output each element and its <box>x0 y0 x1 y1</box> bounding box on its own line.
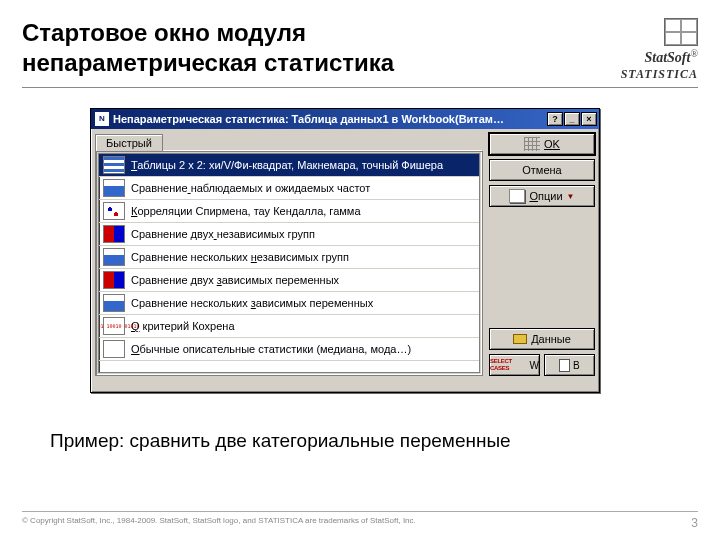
hist-icon <box>103 294 125 312</box>
ok-button[interactable]: OK <box>489 133 595 155</box>
dots-icon <box>103 202 125 220</box>
list-item-label: Таблицы 2 x 2: хи/V/Фи-квадрат, Макнемар… <box>131 159 443 171</box>
list-item-label: Сравнение двух зависимых переменных <box>131 274 339 286</box>
list-item-label: Сравнение двух независимых групп <box>131 228 315 240</box>
cancel-button[interactable]: Отмена <box>489 159 595 181</box>
hist-icon <box>103 179 125 197</box>
hist-icon <box>103 248 125 266</box>
doc-icon <box>559 359 570 372</box>
close-button[interactable]: × <box>581 112 597 126</box>
method-list[interactable]: Таблицы 2 x 2: хи/V/Фи-квадрат, Макнемар… <box>98 153 480 373</box>
copyright: © Copyright StatSoft, Inc., 1984-2009. S… <box>22 516 416 530</box>
list-item[interactable]: Таблицы 2 x 2: хи/V/Фи-квадрат, Макнемар… <box>99 154 479 177</box>
tbl-icon <box>103 156 125 174</box>
app-icon: N <box>95 112 109 126</box>
slide-title-line2: непараметрическая статистика <box>22 48 394 78</box>
list-item-label: Q критерий Кохрена <box>131 320 235 332</box>
red-blue-icon <box>103 225 125 243</box>
titlebar-text: Непараметрическая статистика: Таблица да… <box>113 113 547 125</box>
folder-open-icon <box>513 334 527 344</box>
book-icon <box>509 189 525 203</box>
options-label-rest: пции <box>538 190 563 202</box>
brand-reg: ® <box>690 48 698 59</box>
help-button[interactable]: ? <box>547 112 563 126</box>
grid-icon <box>524 137 540 151</box>
brand-product: STATISTICA <box>621 67 698 81</box>
list-item[interactable]: Обычные описательные статистики (медиана… <box>99 338 479 361</box>
data-label-rest: анные <box>539 333 571 345</box>
slide-footer: © Copyright StatSoft, Inc., 1984-2009. S… <box>22 511 698 530</box>
bits-icon: 01101 10010 01010 <box>103 317 125 335</box>
titlebar[interactable]: N Непараметрическая статистика: Таблица … <box>91 109 599 129</box>
mag-icon <box>103 340 125 358</box>
tab-quick[interactable]: Быстрый <box>95 134 163 151</box>
list-item-label: Корреляции Спирмена, тау Кендалла, гамма <box>131 205 361 217</box>
red-blue-icon <box>103 271 125 289</box>
slide-title: Стартовое окно модуля непараметрическая … <box>22 18 394 78</box>
options-button[interactable]: Опции ▼ <box>489 185 595 207</box>
tab-panel: Таблицы 2 x 2: хи/V/Фи-квадрат, Макнемар… <box>95 150 483 376</box>
nonparametric-dialog: N Непараметрическая статистика: Таблица … <box>90 108 600 393</box>
list-item-label: Сравнение нескольких независимых групп <box>131 251 349 263</box>
slide-header: Стартовое окно модуля непараметрическая … <box>22 18 698 88</box>
list-item-label: Обычные описательные статистики (медиана… <box>131 343 411 355</box>
b-label: В <box>573 360 580 371</box>
list-item[interactable]: 01101 10010 01010Q критерий Кохрена <box>99 315 479 338</box>
list-item-label: Сравнение нескольких зависимых переменны… <box>131 297 373 309</box>
select-cases-label: SELECT CASES <box>490 358 527 372</box>
slide-caption: Пример: сравнить две категориальные пере… <box>50 430 511 452</box>
cancel-label: Отмена <box>522 164 561 176</box>
slide-title-line1: Стартовое окно модуля <box>22 18 394 48</box>
select-cases-button[interactable]: SELECT CASES W <box>489 354 540 376</box>
ok-label: OK <box>544 138 560 150</box>
page-number: 3 <box>691 516 698 530</box>
data-button[interactable]: Данные <box>489 328 595 350</box>
list-item[interactable]: Сравнение наблюдаемых и ожидаемых частот <box>99 177 479 200</box>
b-button[interactable]: В <box>544 354 595 376</box>
brand-logo-icon <box>664 18 698 46</box>
w-label: W <box>530 360 539 371</box>
list-item[interactable]: Сравнение нескольких независимых групп <box>99 246 479 269</box>
list-item[interactable]: Корреляции Спирмена, тау Кендалла, гамма <box>99 200 479 223</box>
dropdown-arrow-icon: ▼ <box>567 192 575 201</box>
list-item[interactable]: Сравнение двух независимых групп <box>99 223 479 246</box>
brand-name: StatSoft <box>644 50 690 65</box>
list-item[interactable]: Сравнение нескольких зависимых переменны… <box>99 292 479 315</box>
list-item[interactable]: Сравнение двух зависимых переменных <box>99 269 479 292</box>
list-item-label: Сравнение наблюдаемых и ожидаемых частот <box>131 182 370 194</box>
minimize-button[interactable]: _ <box>564 112 580 126</box>
brand-block: StatSoft® STATISTICA <box>621 18 698 81</box>
